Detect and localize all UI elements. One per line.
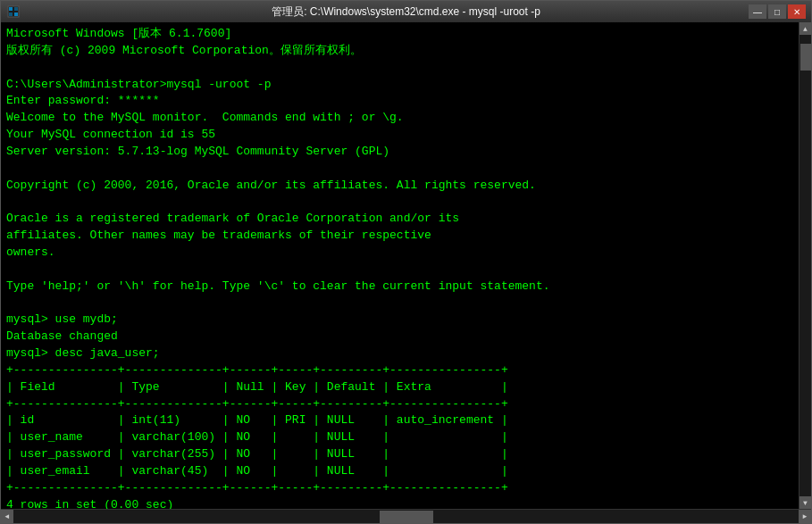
svg-rect-4 (14, 12, 18, 16)
vertical-scrollbar[interactable]: ▲ ▼ (799, 22, 811, 509)
scroll-thumb[interactable] (800, 44, 811, 71)
scroll-up-arrow[interactable]: ▲ (799, 22, 812, 35)
minimize-button[interactable]: — (749, 4, 766, 19)
cmd-window: 管理员: C:\Windows\system32\cmd.exe - mysql… (0, 0, 812, 524)
scroll-down-arrow[interactable]: ▼ (799, 496, 812, 509)
close-button[interactable]: ✕ (788, 4, 806, 19)
scroll-left-arrow[interactable]: ◄ (1, 510, 13, 524)
window-controls: — □ ✕ (749, 4, 806, 19)
svg-rect-3 (9, 12, 13, 16)
horizontal-scrollbar[interactable]: ◄ ► (1, 509, 811, 523)
window-title: 管理员: C:\Windows\system32\cmd.exe - mysql… (1, 4, 811, 20)
svg-rect-2 (14, 7, 18, 11)
scroll-right-arrow[interactable]: ► (799, 510, 811, 524)
console-output[interactable]: Microsoft Windows [版本 6.1.7600] 版权所有 (c)… (1, 22, 799, 509)
scroll-track (799, 35, 811, 496)
horizontal-scroll-thumb[interactable] (380, 511, 433, 523)
console-wrapper: Microsoft Windows [版本 6.1.7600] 版权所有 (c)… (1, 22, 811, 509)
svg-rect-1 (9, 7, 13, 11)
maximize-button[interactable]: □ (768, 4, 786, 19)
horizontal-scroll-track (13, 510, 799, 523)
window-icon (6, 4, 21, 19)
title-bar: 管理员: C:\Windows\system32\cmd.exe - mysql… (1, 1, 811, 22)
